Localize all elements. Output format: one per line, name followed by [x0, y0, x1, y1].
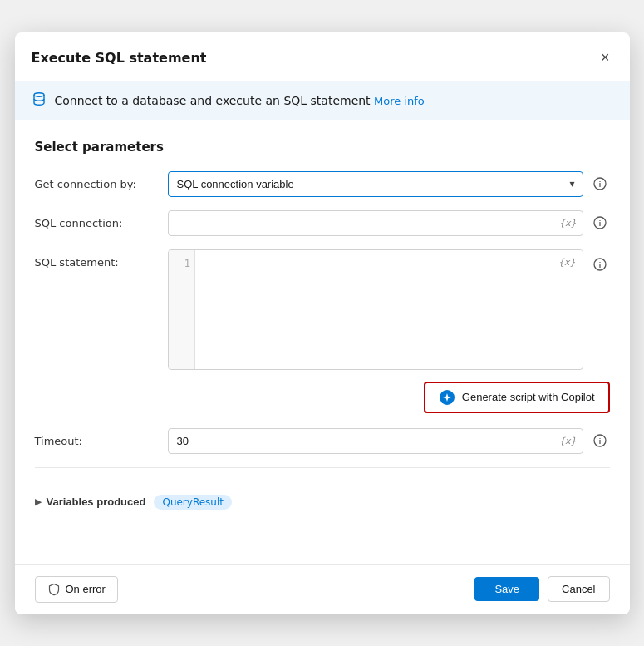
save-button[interactable]: Save [474, 577, 539, 601]
sql-statement-textarea-wrapper: 1 {x} [168, 249, 583, 370]
connection-by-info-button[interactable]: i [590, 174, 610, 194]
sql-connection-input-wrapper: {x} [168, 210, 583, 236]
sql-connection-info-button[interactable]: i [590, 213, 610, 233]
on-error-label: On error [66, 583, 106, 595]
timeout-group: Timeout: {x} i [35, 428, 610, 454]
copilot-button-label: Generate script with Copilot [462, 391, 595, 403]
info-circle-icon: i [593, 177, 607, 190]
svg-text:i: i [598, 180, 601, 189]
dialog-title: Execute SQL statement [32, 50, 207, 66]
timeout-input[interactable] [168, 428, 583, 454]
connection-select[interactable]: SQL connection variable Connection strin… [168, 171, 583, 197]
info-circle-icon-4: i [593, 434, 607, 447]
connection-by-control: SQL connection variable Connection strin… [168, 171, 610, 197]
close-button[interactable]: × [597, 46, 613, 70]
info-banner-text: Connect to a database and execute an SQL… [55, 94, 425, 107]
close-icon: × [601, 49, 610, 67]
svg-text:i: i [598, 437, 601, 446]
timeout-var-badge: {x} [559, 436, 577, 446]
variables-toggle-label: Variables produced [47, 496, 146, 508]
info-circle-icon-2: i [593, 216, 607, 229]
sql-statement-var-badge: {x} [558, 257, 576, 268]
footer-left: On error [35, 576, 118, 603]
section-title: Select parameters [35, 140, 610, 155]
svg-point-0 [34, 92, 44, 96]
sql-connection-label: SQL connection: [35, 210, 168, 229]
variables-toggle-button[interactable]: ▶ Variables produced [35, 496, 146, 508]
footer-right: Save Cancel [474, 576, 609, 602]
timeout-control: {x} i [168, 428, 610, 454]
info-banner: Connect to a database and execute an SQL… [15, 81, 630, 120]
more-info-link[interactable]: More info [374, 95, 425, 107]
timeout-label: Timeout: [35, 428, 168, 447]
variables-section: ▶ Variables produced QueryResult [35, 486, 610, 518]
shield-icon [47, 583, 61, 596]
divider [35, 467, 610, 468]
chevron-right-icon: ▶ [35, 497, 42, 506]
connection-by-label: Get connection by: [35, 171, 168, 190]
sql-statement-label: SQL statement: [35, 249, 168, 269]
sql-statement-group: SQL statement: 1 {x} i [35, 249, 610, 370]
timeout-input-wrapper: {x} [168, 428, 583, 454]
execute-sql-dialog: Execute SQL statement × Connect to a dat… [15, 32, 630, 614]
dialog-body: Select parameters Get connection by: SQL… [15, 123, 630, 564]
copilot-button-row: Generate script with Copilot [35, 382, 610, 413]
connection-select-container: SQL connection variable Connection strin… [168, 171, 583, 197]
sql-connection-group: SQL connection: {x} i [35, 210, 610, 236]
query-result-badge: QueryResult [154, 495, 232, 510]
copilot-icon [439, 389, 455, 406]
sql-statement-info-button[interactable]: i [590, 254, 610, 274]
info-circle-icon-3: i [593, 258, 607, 271]
on-error-button[interactable]: On error [35, 576, 118, 603]
sql-connection-input[interactable] [168, 210, 583, 236]
dialog-header: Execute SQL statement × [15, 32, 630, 81]
line-numbers: 1 [169, 250, 195, 369]
info-banner-icon [32, 91, 47, 110]
svg-text:i: i [598, 261, 601, 269]
sql-connection-var-badge: {x} [559, 218, 577, 229]
copilot-generate-button[interactable]: Generate script with Copilot [424, 382, 610, 413]
svg-text:i: i [598, 219, 601, 228]
timeout-info-button[interactable]: i [590, 431, 610, 451]
connection-by-group: Get connection by: SQL connection variab… [35, 171, 610, 197]
dialog-footer: On error Save Cancel [15, 564, 630, 614]
sql-statement-textarea[interactable] [169, 250, 583, 367]
cancel-button[interactable]: Cancel [548, 576, 609, 602]
sql-connection-control: {x} i [168, 210, 610, 236]
sql-statement-control: 1 {x} i [168, 249, 610, 370]
